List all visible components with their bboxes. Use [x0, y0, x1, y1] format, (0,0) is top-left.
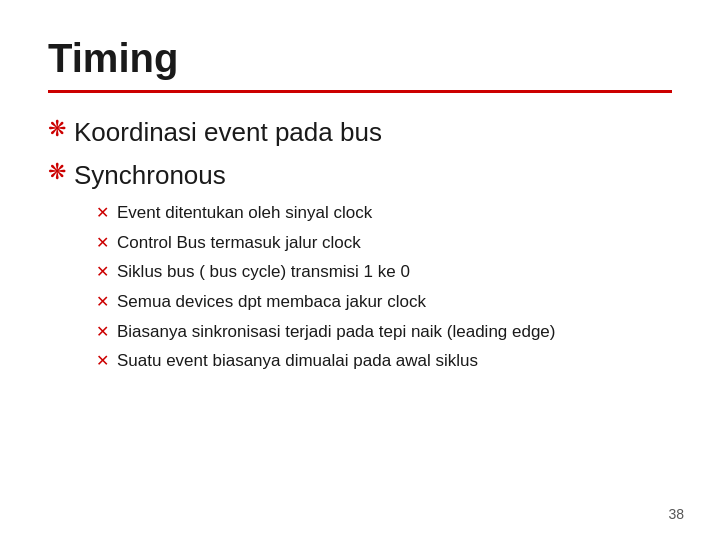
slide: Timing ❋ Koordinasi event pada bus ❋ Syn… [0, 0, 720, 540]
sub-bullet-text: Control Bus termasuk jalur clock [117, 231, 361, 256]
sub-bullet-item: ✕Event ditentukan oleh sinyal clock [96, 201, 672, 226]
main-bullet-synchronous-text: Synchronous [74, 158, 226, 193]
sub-bullet-item: ✕Semua devices dpt membaca jakur clock [96, 290, 672, 315]
sub-bullet-icon: ✕ [96, 201, 109, 225]
sub-bullet-text: Siklus bus ( bus cycle) transmisi 1 ke 0 [117, 260, 410, 285]
red-divider [48, 90, 672, 93]
sub-bullet-icon: ✕ [96, 231, 109, 255]
sub-bullet-icon: ✕ [96, 290, 109, 314]
main-bullet-koordinasi-text: Koordinasi event pada bus [74, 115, 382, 150]
sub-bullet-text: Event ditentukan oleh sinyal clock [117, 201, 372, 226]
bullet-star-icon-2: ❋ [48, 158, 66, 187]
page-number: 38 [668, 506, 684, 522]
sub-bullet-item: ✕Biasanya sinkronisasi terjadi pada tepi… [96, 320, 672, 345]
sub-bullet-item: ✕Control Bus termasuk jalur clock [96, 231, 672, 256]
sub-bullet-text: Biasanya sinkronisasi terjadi pada tepi … [117, 320, 556, 345]
main-bullet-synchronous: ❋ Synchronous [48, 158, 672, 193]
slide-title: Timing [48, 36, 672, 80]
sub-bullet-text: Suatu event biasanya dimualai pada awal … [117, 349, 478, 374]
sub-bullet-icon: ✕ [96, 260, 109, 284]
main-bullet-koordinasi: ❋ Koordinasi event pada bus [48, 115, 672, 150]
sub-bullet-item: ✕Siklus bus ( bus cycle) transmisi 1 ke … [96, 260, 672, 285]
sub-bullets-list: ✕Event ditentukan oleh sinyal clock✕Cont… [96, 201, 672, 374]
bullet-star-icon: ❋ [48, 115, 66, 144]
sub-bullet-icon: ✕ [96, 320, 109, 344]
sub-bullet-item: ✕Suatu event biasanya dimualai pada awal… [96, 349, 672, 374]
sub-bullet-text: Semua devices dpt membaca jakur clock [117, 290, 426, 315]
sub-bullet-icon: ✕ [96, 349, 109, 373]
